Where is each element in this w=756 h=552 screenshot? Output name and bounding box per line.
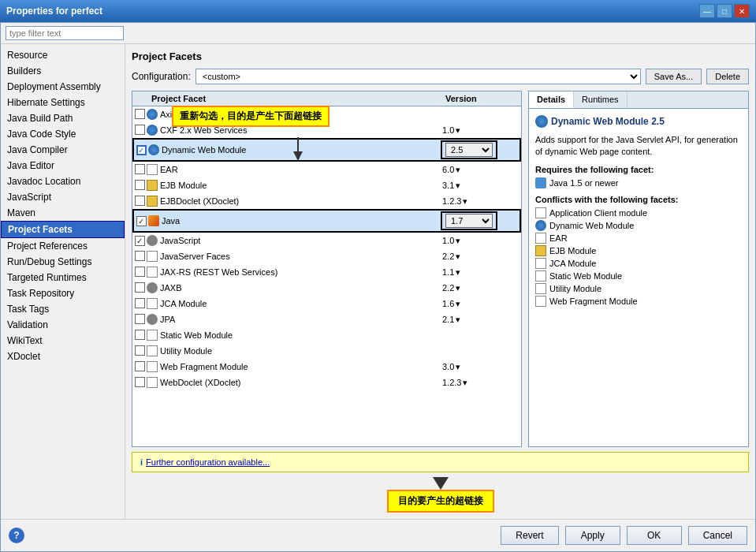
facet-name-jca: JCA Module [160,299,442,308]
sidebar-item-java-compiler[interactable]: Java Compiler [1,142,125,158]
webdoclet-version-text: 1.2.3 [442,378,461,387]
sidebar-item-javascript[interactable]: JavaScript [1,189,125,205]
webfragment-dropdown-icon: ▾ [456,362,460,372]
page-title: Project Facets [132,50,749,62]
cancel-button[interactable]: Cancel [688,526,747,545]
sidebar-item-deployment[interactable]: Deployment Assembly [1,79,125,95]
sidebar-item-hibernate[interactable]: Hibernate Settings [1,95,125,110]
cxf-version-text: 1.0 [442,125,454,135]
js-dropdown-icon: ▾ [456,236,460,246]
jaxb-dropdown-icon: ▾ [456,283,460,293]
maximize-button[interactable]: □ [717,4,732,18]
details-tabs: Details Runtimes [529,91,748,109]
ear-dropdown-icon: ▾ [456,165,460,175]
filter-input[interactable] [6,26,124,40]
apply-button[interactable]: Apply [565,526,620,545]
ok-button[interactable]: OK [627,526,682,545]
js-icon [147,235,158,246]
facet-checkbox-jpa[interactable] [132,314,147,326]
facet-checkbox-cxf[interactable] [132,125,147,136]
facet-checkbox-utility[interactable] [132,345,147,357]
facet-checkbox-java[interactable] [134,216,148,226]
facet-checkbox-jaxb[interactable] [132,282,147,294]
facet-col-header: Project Facet [132,94,442,103]
jca-dropdown-icon: ▾ [456,299,460,309]
sidebar-item-task-tags[interactable]: Task Tags [1,301,125,317]
delete-button[interactable]: Delete [706,69,749,84]
facet-name-utility: Utility Module [160,346,442,356]
sidebar-item-targeted[interactable]: Targeted Runtimes [1,270,125,285]
version-col-header: Version [442,94,521,103]
details-module-title: Dynamic Web Module 2.5 [535,115,742,128]
facet-checkbox-webfragment[interactable] [132,361,147,373]
facet-checkbox-jca[interactable] [132,298,147,310]
sidebar-item-wikitext[interactable]: WikiText [1,333,125,349]
sidebar-item-xdoclet[interactable]: XDoclet [1,349,125,364]
facet-name-jpa: JPA [160,315,442,324]
save-as-button[interactable]: Save As... [646,69,702,84]
jca-version-text: 1.6 [442,299,454,308]
ear-version-text: 6.0 [442,165,454,174]
dynamic-web-icon [148,144,159,155]
facet-checkbox-static[interactable] [132,330,147,341]
table-row: Static Web Module [132,327,521,343]
sidebar-item-java-code[interactable]: Java Code Style [1,126,125,142]
further-config-link[interactable]: Further configuration available... [146,457,270,467]
facet-checkbox-ejb[interactable] [132,180,147,192]
sidebar-item-run-debug[interactable]: Run/Debug Settings [1,254,125,270]
details-panel: Details Runtimes Dynamic Web Module 2.5 … [528,91,749,447]
sidebar-item-javadoc[interactable]: Javadoc Location [1,173,125,189]
facet-checkbox-jsf[interactable] [132,251,147,263]
facet-checkbox-ejbdoclet[interactable] [132,196,147,207]
sidebar-item-java-build[interactable]: Java Build Path [1,110,125,126]
conflict-item: Dynamic Web Module [535,220,742,231]
dynamic-web-version-select[interactable]: 2.5 [445,143,493,157]
table-row: Web Fragment Module 3.0 ▾ [132,359,521,375]
sidebar-item-resource[interactable]: Resource [1,47,125,63]
help-icon[interactable]: ? [9,528,24,543]
content-area: Project Facets Configuration: <custom> S… [125,44,755,519]
info-icon: i [140,457,143,467]
cxf-version-dropdown-icon: ▾ [456,125,460,136]
facet-checkbox-axis2[interactable] [132,109,147,121]
ejbdoclet-icon [147,196,158,207]
sidebar-item-maven[interactable]: Maven [1,205,125,221]
facet-checkbox-jaxrs[interactable] [132,267,147,278]
requires-item-icon [535,177,546,188]
callout-arrow [286,137,310,163]
details-requires-item: Java 1.5 or newer [535,177,742,188]
title-bar: Properties for perfect — □ ✕ [0,0,756,22]
config-select[interactable]: <custom> [196,69,641,84]
facets-panels: 重新勾选，目的是产生下面超链接 Project Facet Version [132,91,749,447]
table-row: EJBDoclet (XDoclet) 1.2.3 ▾ [132,193,521,209]
minimize-button[interactable]: — [699,4,715,18]
jsf-icon [147,251,158,262]
facet-checkbox-webdoclet[interactable] [132,377,147,389]
sidebar-item-project-references[interactable]: Project References [1,238,125,254]
tab-runtimes[interactable]: Runtimes [574,91,627,108]
facet-version-jaxrs: 1.1 ▾ [442,267,521,278]
tab-details[interactable]: Details [529,91,574,108]
facet-checkbox-ear[interactable] [132,164,147,176]
facet-version-jsf: 2.2 ▾ [442,252,521,262]
java-version-select[interactable]: 1.7 [445,214,493,228]
sidebar-item-task-repo[interactable]: Task Repository [1,285,125,301]
jpa-icon [147,314,158,325]
facet-name-ejbdoclet: EJBDoclet (XDoclet) [160,196,442,206]
facet-checkbox-dynamic-web[interactable] [134,145,148,155]
sidebar-item-project-facets[interactable]: Project Facets [1,221,125,238]
jaxrs-version-text: 1.1 [442,267,454,277]
ear-icon [147,164,158,175]
close-button[interactable]: ✕ [734,4,750,18]
cxf-icon [147,125,158,136]
facet-name-static: Static Web Module [160,330,442,340]
dynamic-web-version-box: 2.5 [441,140,497,159]
sidebar-item-builders[interactable]: Builders [1,63,125,79]
jaxrs-icon [147,267,158,278]
facet-checkbox-js[interactable] [132,236,147,246]
arrow-down-icon [433,477,449,490]
revert-button[interactable]: Revert [501,526,558,545]
jsf-dropdown-icon: ▾ [456,252,460,262]
sidebar-item-java-editor[interactable]: Java Editor [1,158,125,173]
sidebar-item-validation[interactable]: Validation [1,317,125,333]
